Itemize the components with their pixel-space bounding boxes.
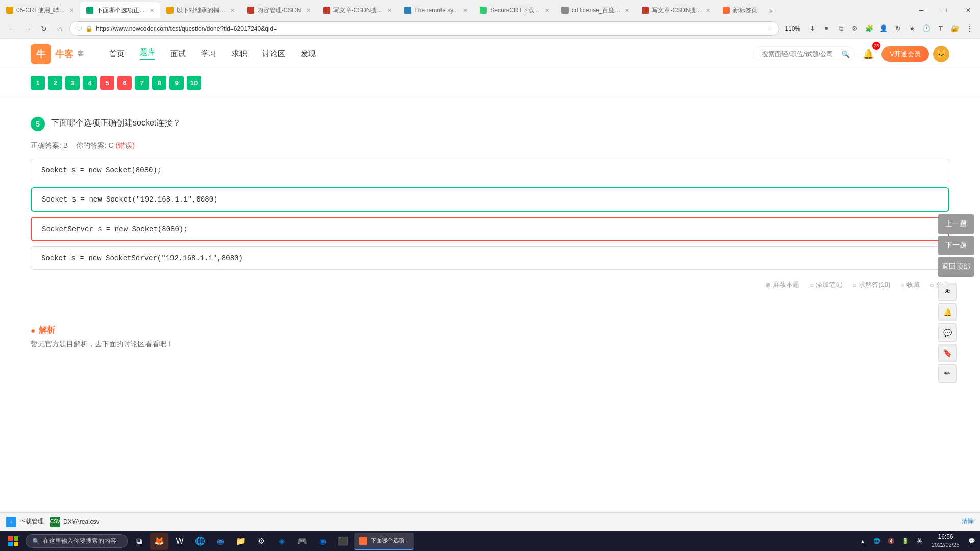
option-d[interactable]: Socket s = new SocketServer("192.168.1.1… — [31, 246, 949, 270]
option-b[interactable]: Socket s = new Socket("192.168.1.1",8080… — [31, 187, 949, 212]
vs-icon[interactable]: ◈ — [273, 533, 291, 550]
settings-icon[interactable]: ⚙ — [848, 22, 862, 35]
eye-icon-btn[interactable]: 👁 — [938, 283, 957, 301]
nav-discuss[interactable]: 讨论区 — [262, 49, 285, 59]
forward-button[interactable]: → — [20, 21, 35, 36]
prev-question-button[interactable]: 上一题 — [938, 214, 974, 234]
search-input[interactable] — [753, 46, 855, 61]
settings-task-icon[interactable]: ⚙ — [252, 533, 271, 550]
tab-8[interactable]: crt license_百度... ✕ — [555, 2, 636, 18]
bookmark-side-btn[interactable]: 🔖 — [938, 344, 957, 362]
notification-center-icon[interactable]: 💬 — [967, 536, 977, 546]
tab-6[interactable]: The remote sy... ✕ — [398, 2, 474, 18]
edge2-icon[interactable]: ◉ — [313, 533, 332, 550]
tab-close-7[interactable]: ✕ — [545, 7, 549, 14]
minimize-button[interactable]: ─ — [910, 2, 933, 18]
collect-link[interactable]: ○ 收藏 — [900, 280, 920, 289]
tab-3[interactable]: 以下对继承的揣... ✕ — [160, 2, 240, 18]
download-icon[interactable]: ⬇ — [805, 22, 819, 35]
bell-icon-btn[interactable]: 🔔 — [938, 303, 957, 321]
tray-network-icon[interactable]: 🌐 — [872, 536, 882, 546]
nav-interview[interactable]: 面试 — [170, 49, 186, 59]
nav-question-bank[interactable]: 题库 — [140, 47, 155, 60]
user-avatar[interactable]: 🐱 — [933, 46, 949, 62]
maximize-button[interactable]: □ — [933, 2, 957, 18]
tab-close-1[interactable]: ✕ — [69, 7, 74, 14]
reading-mode-icon[interactable]: ≡ — [820, 22, 833, 35]
nav-learn[interactable]: 学习 — [201, 49, 216, 59]
system-clock[interactable]: 16:56 2022/02/25 — [928, 533, 963, 549]
back-to-top-button[interactable]: 返回顶部 — [938, 257, 974, 277]
q-num-4[interactable]: 4 — [83, 76, 97, 90]
new-tab-button[interactable]: + — [764, 4, 778, 18]
tray-sound-icon[interactable]: 🔇 — [886, 536, 896, 546]
q-num-3[interactable]: 3 — [65, 76, 80, 90]
q-num-10[interactable]: 10 — [187, 76, 201, 90]
q-num-9[interactable]: 9 — [169, 76, 184, 90]
history-icon[interactable]: 🕐 — [920, 22, 933, 35]
tab-close-5[interactable]: ✕ — [387, 7, 392, 14]
tab-5[interactable]: 写文章-CSDN搜... ✕ — [317, 2, 398, 18]
vip-button[interactable]: V开通会员 — [881, 46, 929, 62]
profile-icon[interactable]: 👤 — [877, 22, 890, 35]
tab-1[interactable]: 05-CRT使用_哔... ✕ — [0, 2, 80, 18]
tab-close-4[interactable]: ✕ — [306, 7, 311, 14]
home-button[interactable]: ⌂ — [53, 21, 67, 36]
notification-icon[interactable]: 🔔 23 — [859, 45, 877, 63]
tab-2[interactable]: 下面哪个选项正... ✕ — [80, 2, 160, 18]
task-view-button[interactable]: ⧉ — [130, 533, 148, 550]
extension-icon[interactable]: 🧩 — [863, 22, 876, 35]
reload-button[interactable]: ↻ — [37, 21, 51, 36]
screenshot-icon[interactable]: ⧉ — [834, 22, 847, 35]
lang-indicator[interactable]: 英 — [915, 537, 924, 545]
more-icon[interactable]: ⋮ — [963, 22, 976, 35]
tab-9[interactable]: 写文章-CSDN搜... ✕ — [635, 2, 717, 18]
address-input-wrap[interactable]: 🛡 🔒 https://www.nowcoder.com/test/questi… — [69, 21, 779, 36]
taskbar-search[interactable]: 🔍 在这里输入你要搜索的内容 — [26, 534, 128, 548]
tab-close-3[interactable]: ✕ — [230, 7, 235, 14]
add-note-link[interactable]: ○ 添加笔记 — [810, 280, 842, 289]
security-icon[interactable]: 🔐 — [948, 22, 962, 35]
firefox-icon[interactable]: 🦊 — [150, 533, 168, 550]
q-num-5[interactable]: 5 — [100, 76, 114, 90]
edit-side-btn[interactable]: ✏ — [938, 364, 957, 383]
game-icon[interactable]: 🎮 — [293, 533, 311, 550]
tab-close-8[interactable]: ✕ — [625, 7, 629, 14]
terminal-icon[interactable]: ⬛ — [334, 533, 352, 550]
close-button[interactable]: ✕ — [957, 2, 980, 18]
search-icon[interactable]: 🔍 — [841, 50, 850, 58]
translate-icon[interactable]: T — [934, 22, 947, 35]
option-c[interactable]: SocketServer s = new Socket(8080); — [31, 217, 949, 241]
nav-discover[interactable]: 发现 — [301, 49, 316, 59]
wechat-icon-btn[interactable]: 💬 — [938, 323, 957, 342]
download-file-item[interactable]: CSV DXYArea.csv — [50, 517, 99, 527]
q-num-1[interactable]: 1 — [31, 76, 45, 90]
wps-icon[interactable]: W — [170, 533, 189, 550]
tab-7[interactable]: SecureCRT下载... ✕ — [474, 2, 555, 18]
zoom-level[interactable]: 110% — [781, 24, 803, 33]
tray-up-arrow[interactable]: ▲ — [857, 536, 868, 546]
start-button[interactable] — [3, 533, 23, 550]
clear-download-label[interactable]: 清除 — [962, 517, 974, 526]
bookmark-icon[interactable]: ★ — [905, 22, 919, 35]
edge-icon[interactable]: ◉ — [211, 533, 230, 550]
q-num-8[interactable]: 8 — [152, 76, 166, 90]
tray-battery-icon[interactable]: 🔋 — [900, 536, 911, 546]
discuss-link[interactable]: ○ 求解答(10) — [852, 280, 890, 289]
nav-jobs[interactable]: 求职 — [232, 49, 247, 59]
sync-icon[interactable]: ↻ — [891, 22, 904, 35]
taskbar-active-task[interactable]: 下面哪个选项... — [354, 533, 414, 550]
download-manager-item[interactable]: ↓ 下载管理 — [6, 517, 44, 527]
folder-icon[interactable]: 📁 — [232, 533, 250, 550]
q-num-2[interactable]: 2 — [48, 76, 62, 90]
tab-4[interactable]: 内容管理-CSDN ✕ — [241, 2, 317, 18]
option-a[interactable]: Socket s = new Socket(8080); — [31, 159, 949, 182]
q-num-7[interactable]: 7 — [135, 76, 149, 90]
block-question-link[interactable]: ⊗ 屏蔽本题 — [765, 280, 799, 289]
q-num-6[interactable]: 6 — [117, 76, 132, 90]
tab-close-2[interactable]: ✕ — [150, 7, 154, 14]
browser-icon2[interactable]: 🌐 — [191, 533, 209, 550]
tab-close-9[interactable]: ✕ — [706, 7, 710, 14]
site-logo[interactable]: 牛 牛客 客 — [31, 44, 84, 64]
back-button[interactable]: ← — [4, 21, 18, 36]
